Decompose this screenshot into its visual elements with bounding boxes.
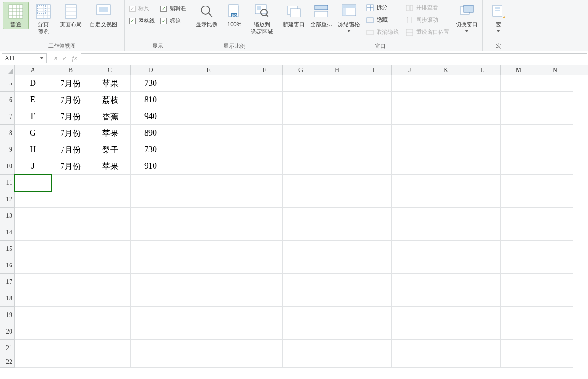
cell[interactable]: E (15, 92, 51, 108)
chk-formula-bar[interactable]: ✓编辑栏 (160, 5, 186, 12)
cell[interactable]: 荔枝 (90, 92, 131, 108)
cell[interactable] (537, 356, 573, 368)
cell[interactable] (246, 108, 283, 125)
cell[interactable] (428, 141, 464, 158)
cell[interactable] (283, 241, 319, 257)
cell[interactable] (319, 224, 355, 241)
zoom-100-button[interactable]: 100 100% (222, 2, 247, 29)
cell[interactable] (501, 356, 537, 368)
cell[interactable] (392, 108, 428, 125)
cell[interactable] (246, 274, 283, 290)
cell[interactable] (90, 356, 131, 368)
cell[interactable] (428, 274, 464, 290)
cell[interactable] (537, 141, 573, 158)
cell[interactable] (537, 340, 573, 356)
column-header[interactable]: I (355, 65, 392, 75)
cell[interactable] (537, 158, 573, 175)
row-header[interactable]: 17 (0, 274, 14, 290)
cell[interactable] (246, 158, 283, 175)
cell[interactable] (15, 274, 51, 290)
cell[interactable] (51, 323, 90, 340)
cell[interactable] (392, 208, 428, 224)
column-header[interactable]: L (464, 65, 501, 75)
row-header[interactable]: 5 (0, 75, 14, 92)
cell[interactable] (283, 191, 319, 208)
cell[interactable] (355, 323, 392, 340)
cell[interactable]: H (15, 141, 51, 158)
cell[interactable] (171, 257, 246, 274)
cell[interactable] (246, 208, 283, 224)
cell[interactable] (51, 274, 90, 290)
cell[interactable] (537, 274, 573, 290)
cell[interactable] (246, 323, 283, 340)
row-header[interactable]: 10 (0, 158, 14, 175)
cell[interactable] (90, 257, 131, 274)
cell[interactable] (319, 290, 355, 307)
cell[interactable] (319, 175, 355, 191)
row-header[interactable]: 12 (0, 191, 14, 208)
cell[interactable] (464, 75, 501, 92)
cell[interactable] (15, 241, 51, 257)
cell[interactable] (246, 290, 283, 307)
cell[interactable] (392, 92, 428, 108)
cell[interactable] (131, 224, 171, 241)
cell[interactable] (537, 108, 573, 125)
cell[interactable] (355, 274, 392, 290)
cell[interactable] (501, 208, 537, 224)
view-custom-button[interactable]: 自定义视图 (86, 2, 121, 29)
cell[interactable]: 7月份 (51, 158, 90, 175)
cell[interactable] (501, 175, 537, 191)
cell[interactable] (51, 257, 90, 274)
cell[interactable] (246, 356, 283, 368)
cell[interactable] (537, 125, 573, 141)
cell[interactable] (392, 274, 428, 290)
cell[interactable] (131, 307, 171, 323)
cell[interactable] (319, 356, 355, 368)
cell[interactable] (355, 307, 392, 323)
cell[interactable] (283, 224, 319, 241)
column-header[interactable]: B (51, 65, 90, 75)
cell[interactable] (464, 257, 501, 274)
cell[interactable] (537, 92, 573, 108)
cell[interactable] (283, 274, 319, 290)
cell[interactable] (464, 92, 501, 108)
cell[interactable] (464, 290, 501, 307)
cell[interactable] (131, 208, 171, 224)
cell[interactable] (171, 307, 246, 323)
cell[interactable] (537, 257, 573, 274)
cell[interactable] (319, 75, 355, 92)
cell[interactable] (392, 340, 428, 356)
cell[interactable] (246, 307, 283, 323)
cell[interactable]: 910 (131, 158, 171, 175)
cell[interactable] (246, 141, 283, 158)
cell[interactable] (90, 340, 131, 356)
cell[interactable] (392, 175, 428, 191)
cell[interactable] (283, 175, 319, 191)
cell[interactable]: 7月份 (51, 75, 90, 92)
cell[interactable] (355, 141, 392, 158)
cell[interactable] (171, 356, 246, 368)
cell[interactable] (171, 323, 246, 340)
cell[interactable] (131, 356, 171, 368)
cell[interactable]: 香蕉 (90, 108, 131, 125)
cell[interactable] (90, 290, 131, 307)
cell[interactable] (501, 241, 537, 257)
cell[interactable] (392, 191, 428, 208)
cell[interactable] (51, 356, 90, 368)
cell[interactable] (319, 257, 355, 274)
cell[interactable] (15, 323, 51, 340)
cell[interactable] (392, 307, 428, 323)
cell[interactable] (171, 141, 246, 158)
cell[interactable] (131, 241, 171, 257)
cell[interactable] (246, 175, 283, 191)
cell[interactable] (131, 191, 171, 208)
cell[interactable] (131, 323, 171, 340)
cell[interactable] (283, 75, 319, 92)
cell[interactable] (464, 274, 501, 290)
cell[interactable]: 7月份 (51, 108, 90, 125)
cell[interactable] (246, 257, 283, 274)
cell[interactable] (392, 257, 428, 274)
column-header[interactable]: J (392, 65, 428, 75)
cell[interactable] (501, 141, 537, 158)
cell[interactable] (283, 92, 319, 108)
